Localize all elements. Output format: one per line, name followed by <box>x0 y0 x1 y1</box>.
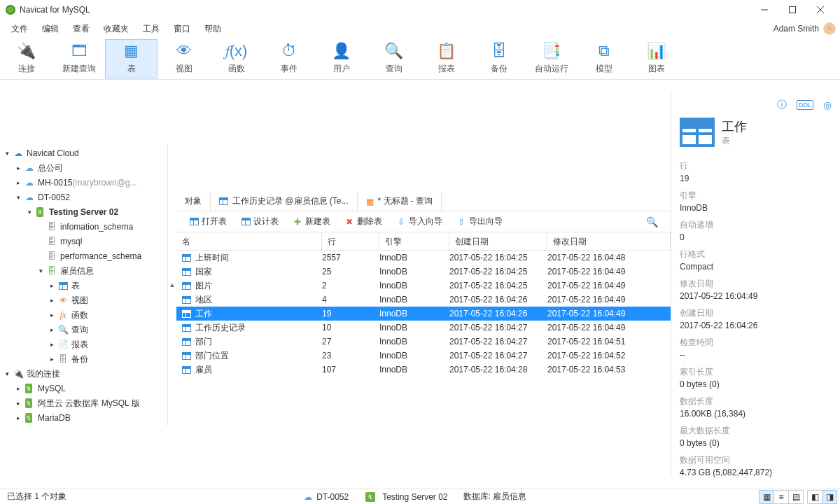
objtool-3[interactable]: ✖删除表 <box>337 211 389 232</box>
tab-0[interactable]: 对象 <box>176 192 211 211</box>
table-row[interactable]: 地区4InnoDB2017-05-22 16:04:262017-05-22 1… <box>176 293 671 307</box>
col-name[interactable]: 名 <box>176 232 322 251</box>
tab-2[interactable]: ▦* 无标题 - 查询 <box>358 192 442 211</box>
toolbar-newquery-button[interactable]: 🗔新建查询 <box>52 39 105 78</box>
menu-0[interactable]: 文件 <box>4 20 35 38</box>
tree-my-connections[interactable]: ▾🔌我的连接 <box>0 367 167 382</box>
expand-icon[interactable]: ▸ <box>48 297 56 304</box>
toolbar-query-button[interactable]: 🔍查询 <box>368 39 420 78</box>
objtool-0[interactable]: 打开表 <box>182 211 234 232</box>
toolbar-view-button[interactable]: 👁视图 <box>158 39 210 78</box>
tree-node[interactable]: 🗄performance_schema <box>0 249 167 264</box>
toolbar-table-button[interactable]: ▦表 <box>105 39 158 78</box>
table-row[interactable]: 工作历史记录10InnoDB2017-05-22 16:04:272017-05… <box>176 321 671 335</box>
expand-icon[interactable]: ▸ <box>48 312 56 318</box>
menu-3[interactable]: 收藏夹 <box>97 20 136 38</box>
objtool-4[interactable]: ⇩导入向导 <box>389 211 449 232</box>
tree-node[interactable]: ▾🗄雇员信息 <box>0 264 167 279</box>
expand-icon[interactable]: ▸ <box>14 385 22 392</box>
tree-node[interactable]: 🗄mysql <box>0 234 167 249</box>
expand-icon[interactable]: ▾ <box>36 267 45 274</box>
table-header: 名 行 引擎 创建日期 修改日期 <box>176 232 671 251</box>
expand-icon[interactable]: ▾ <box>25 209 34 216</box>
view-grid-button[interactable]: ▦ <box>759 490 774 504</box>
search-icon[interactable]: 🔍 <box>646 216 665 227</box>
objtool-5[interactable]: ⇧导出向导 <box>449 211 510 232</box>
tree-node[interactable]: ▸↯MariaDB <box>0 411 167 426</box>
status-connection[interactable]: ☁DT-0052 <box>300 492 353 502</box>
expand-icon[interactable]: ▾ <box>3 370 11 377</box>
tab-1[interactable]: 工作历史记录 @雇员信息 (Te... <box>211 192 358 211</box>
tree-node[interactable]: ▸☁总公司 <box>0 161 167 176</box>
expand-icon[interactable]: ▸ <box>14 164 22 172</box>
col-engine[interactable]: 引擎 <box>379 232 449 251</box>
expand-icon[interactable]: ▸ <box>14 400 22 407</box>
minimize-button[interactable] <box>750 0 778 20</box>
col-created[interactable]: 创建日期 <box>449 232 547 251</box>
expand-icon[interactable]: ▸ <box>48 282 56 289</box>
tree-node[interactable]: ▸表 <box>0 279 167 293</box>
table-row[interactable]: 雇员107InnoDB2017-05-22 16:04:282017-05-22… <box>176 363 671 377</box>
tree-node[interactable]: ▸👁视图 <box>0 293 167 308</box>
tree-node[interactable]: 🗄infomation_schema <box>0 220 167 234</box>
toolbar-event-button[interactable]: ⏱事件 <box>262 39 315 78</box>
status-database: 数据库: 雇员信息 <box>459 491 531 503</box>
table-row[interactable]: 部门27InnoDB2017-05-22 16:04:272017-05-22 … <box>176 335 671 349</box>
tree-navicat-cloud[interactable]: ▾☁Navicat Cloud <box>0 146 167 161</box>
expand-icon[interactable]: ▸ <box>48 341 56 348</box>
expand-icon[interactable]: ▸ <box>48 326 56 333</box>
tree-node[interactable]: ▾↯Testing Server 02 <box>0 205 167 220</box>
objtool-1[interactable]: 设计表 <box>234 211 286 232</box>
close-button[interactable] <box>806 0 834 20</box>
table-row[interactable]: 上班时间2557InnoDB2017-05-22 16:04:252017-05… <box>176 251 671 265</box>
table-row[interactable]: 工作19InnoDB2017-05-22 16:04:262017-05-22 … <box>176 307 671 321</box>
menu-2[interactable]: 查看 <box>66 20 97 38</box>
info-icon[interactable]: ⓘ <box>777 99 787 111</box>
status-server[interactable]: ↯Testing Server 02 <box>360 492 451 502</box>
expand-icon[interactable]: ▸ <box>14 414 22 421</box>
tree-node[interactable]: ▸↯MySQL <box>0 382 167 396</box>
toolbar-schedule-button[interactable]: 📑自动运行 <box>525 39 578 78</box>
tree-node[interactable]: ▸↯阿里云 云数据库 MySQL 版 <box>0 396 167 411</box>
splitter[interactable]: ▲ <box>168 280 176 288</box>
tree-node[interactable]: ▸fx函数 <box>0 308 167 323</box>
tree-node[interactable]: ▸☁MH-0015 (marybrown@g... <box>0 176 167 190</box>
table-row[interactable]: 国家25InnoDB2017-05-22 16:04:252017-05-22 … <box>176 265 671 279</box>
col-rows[interactable]: 行 <box>322 232 379 251</box>
tree-node[interactable]: ▸📄报表 <box>0 337 167 352</box>
main-toolbar: 🔌连接🗔新建查询▦表👁视图𝑓(x)函数⏱事件👤用户🔍查询📋报表🗄备份📑自动运行⧉… <box>0 38 840 80</box>
table-row[interactable]: 图片2InnoDB2017-05-22 16:04:252017-05-22 1… <box>176 279 671 293</box>
expand-icon[interactable]: ▸ <box>14 179 22 186</box>
maximize-button[interactable] <box>778 0 806 20</box>
scroll-up-icon[interactable]: ▲ <box>169 281 176 288</box>
expand-icon[interactable]: ▾ <box>3 150 11 157</box>
expand-icon[interactable]: ▸ <box>48 356 56 363</box>
expand-icon[interactable]: ▾ <box>14 194 22 201</box>
menu-6[interactable]: 帮助 <box>197 20 228 38</box>
menu-1[interactable]: 编辑 <box>35 20 66 38</box>
preview-icon[interactable]: ◎ <box>823 99 832 111</box>
toolbar-chart-button[interactable]: 📊图表 <box>630 39 682 78</box>
table-row[interactable]: 部门位置23InnoDB2017-05-22 16:04:272017-05-2… <box>176 349 671 363</box>
toolbar-backup-button[interactable]: 🗄备份 <box>472 39 525 78</box>
objtool-2[interactable]: ✚新建表 <box>286 211 337 232</box>
user-name[interactable]: Adam Smith <box>774 24 819 34</box>
toolbar-report-button[interactable]: 📋报表 <box>420 39 472 78</box>
pane-right-button[interactable]: ◨ <box>822 490 837 504</box>
tree-node[interactable]: ▾☁DT-0052 <box>0 190 167 205</box>
model-icon: ⧉ <box>598 42 610 60</box>
tree-node[interactable]: ▸🔍查询 <box>0 323 167 337</box>
menu-5[interactable]: 窗口 <box>167 20 197 38</box>
menu-4[interactable]: 工具 <box>136 20 167 38</box>
tree-node[interactable]: ▸🗄备份 <box>0 352 167 367</box>
toolbar-user-button[interactable]: 👤用户 <box>315 39 368 78</box>
toolbar-model-button[interactable]: ⧉模型 <box>578 39 630 78</box>
view-detail-button[interactable]: ▤ <box>788 490 804 504</box>
view-list-button[interactable]: ≡ <box>774 490 789 504</box>
avatar-icon[interactable]: ☺ <box>823 22 836 35</box>
col-modified[interactable]: 修改日期 <box>547 232 671 251</box>
toolbar-plug-button[interactable]: 🔌连接 <box>0 39 52 78</box>
toolbar-fx-button[interactable]: 𝑓(x)函数 <box>210 39 262 78</box>
ddl-icon[interactable]: DDL <box>797 100 813 110</box>
pane-left-button[interactable]: ◧ <box>807 490 822 504</box>
